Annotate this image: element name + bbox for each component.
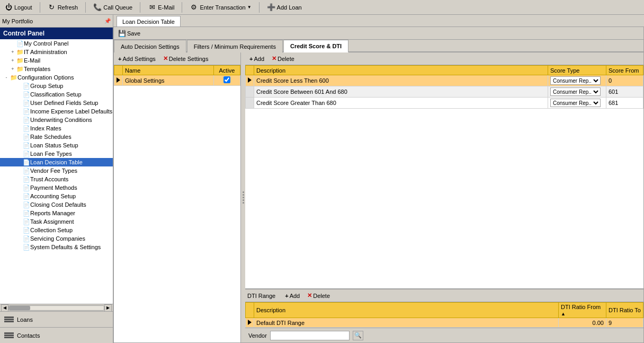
sidebar-item-loan-decision-table[interactable]: 📄Loan Decision Table [0,158,113,166]
refresh-button[interactable]: ↻ Refresh [46,2,80,13]
tree-label-loan-status-setup: Loan Status Setup [30,142,78,148]
sidebar-item-group-setup[interactable]: 📄Group Setup [0,82,113,90]
add-credit-score-button[interactable]: + Add [247,55,266,63]
tree-label-group-setup: Group Setup [30,83,63,89]
sidebar-item-my-control-panel[interactable]: 📄My Control Panel [0,39,113,48]
top-tab-bar: Loan Decision Table [113,15,644,27]
settings-row[interactable]: Global Settings [114,75,240,86]
score-type-select[interactable]: Consumer Rep...Consumer Rep - [550,87,601,96]
tree-icon-vendor-fee-types: 📄 [23,167,30,174]
tree-icon-rate-schedules: 📄 [23,133,30,140]
email-button[interactable]: ✉ E-Mail [146,2,176,13]
sidebar-item-classification-setup[interactable]: 📄Classification Setup [0,90,113,99]
tree-icon-system-defaults: 📄 [23,243,30,251]
sidebar-item-trust-accounts[interactable]: 📄Trust Accounts [0,175,113,183]
row-indicator [246,98,254,109]
scroll-right-btn[interactable]: ▶ [104,304,112,312]
logout-button[interactable]: ⏻ Logout [2,2,34,13]
sidebar-item-it-admin[interactable]: +📁IT Administration [0,48,113,56]
sidebar-item-collection-setup[interactable]: 📄Collection Setup [0,226,113,234]
cs-score-type-cell[interactable]: Consumer Rep...Consumer Rep - [548,98,606,109]
sidebar-item-contacts[interactable]: Contacts [0,327,113,343]
tree-icon-loan-status-setup: 📄 [23,142,30,149]
content-area: Loan Decision Table 💾 Save Auto Decision… [113,15,644,343]
tree-icon-closing-cost-defaults: 📄 [23,201,30,208]
add-credit-plus-icon: + [249,56,253,62]
sidebar-item-task-assignment[interactable]: 📄Task Assignment [0,217,113,226]
row-indicator [246,75,254,86]
sidebar-item-system-defaults[interactable]: 📄System Defaults & Settings [0,243,113,251]
loan-decision-table-tab[interactable]: Loan Decision Table [117,16,181,27]
credit-score-row[interactable]: Credit Score Greater Than 680Consumer Re… [246,98,643,109]
tree-expander-config-options: - [3,74,10,81]
delete-settings-button[interactable]: ✕ Delete Settings [161,55,211,63]
delete-credit-score-button[interactable]: ✕ Delete [270,55,297,63]
sidebar-item-config-options[interactable]: -📁Configuration Options [0,73,113,82]
sidebar-item-accounting-setup[interactable]: 📄Accounting Setup [0,192,113,200]
score-type-select[interactable]: Consumer Rep...Consumer Rep - [550,99,601,107]
sidebar-item-loans[interactable]: Loans [0,311,113,327]
enter-transaction-button[interactable]: ⚙ Enter Transaction ▼ [187,2,253,13]
sidebar-item-income-expense[interactable]: 📄Income Expense Label Defaults [0,107,113,116]
tree-icon-it-admin: 📁 [16,48,24,56]
sidebar-item-loan-status-setup[interactable]: 📄Loan Status Setup [0,141,113,149]
tree-expander-underwriting [16,117,22,123]
delete-settings-x-icon: ✕ [163,55,168,62]
portfolio-label: My Portfolio [2,18,33,24]
delete-dti-x-icon: ✕ [307,292,312,299]
cs-score-type-cell[interactable]: Consumer Rep...Consumer Rep - [548,75,606,86]
vendor-bar: Vendor 🔍 [245,328,643,342]
active-col-header: Active [214,66,240,75]
tree-label-income-expense: Income Expense Label Defaults [30,108,112,115]
delete-dti-button[interactable]: ✕ Delete [305,292,332,300]
credit-score-row[interactable]: Credit Score Between 601 And 680Consumer… [246,86,643,98]
sidebar-item-index-rates[interactable]: 📄Index Rates [0,124,113,133]
sidebar-item-loan-fee-types[interactable]: 📄Loan Fee Types [0,149,113,158]
tree-expander-income-expense [16,108,22,115]
vendor-input[interactable] [270,331,350,340]
tab-credit-score-dti[interactable]: Credit Score & DTI [283,40,348,52]
tab-auto-decision[interactable]: Auto Decision Settings [114,40,186,52]
sidebar-item-email[interactable]: +📁E-Mail [0,56,113,65]
tab-filters[interactable]: Filters / Minimum Requirements [187,40,283,52]
sidebar-item-reports-manager[interactable]: 📄Reports Manager [0,209,113,217]
score-type-select[interactable]: Consumer Rep...Consumer Rep - [550,76,601,85]
cs-score-from-cell: 0 [606,75,643,86]
sidebar-item-closing-cost-defaults[interactable]: 📄Closing Cost Defaults [0,200,113,209]
call-queue-button[interactable]: 📞 Call Queue [91,2,135,13]
tree-expander-loan-status-setup [16,142,22,148]
phone-icon: 📞 [93,3,102,12]
transaction-icon: ⚙ [190,3,198,12]
save-button[interactable]: 💾 Save [116,29,142,38]
sidebar-item-servicing-companies[interactable]: 📄Servicing Companies [0,234,113,243]
scroll-left-btn[interactable]: ◀ [1,304,8,312]
tree-expander-closing-cost-defaults [16,201,22,208]
sidebar-scrollbar[interactable]: ◀ ▶ [0,304,113,311]
add-settings-button[interactable]: + Add Settings [116,55,158,63]
sidebar-item-rate-schedules[interactable]: 📄Rate Schedules [0,133,113,141]
toolbar-sep-2 [85,2,86,13]
add-loan-button[interactable]: ➕ Add Loan [265,2,304,13]
dropdown-arrow: ▼ [247,5,252,10]
dti-row[interactable]: Default DTI Range 0.00 9 [246,318,643,328]
sidebar-item-payment-methods[interactable]: 📄Payment Methods [0,183,113,192]
scroll-track [8,305,104,311]
cs-indicator-header [246,66,254,75]
add-dti-button[interactable]: + Add [283,292,302,300]
sidebar-item-vendor-fee-types[interactable]: 📄Vendor Fee Types [0,166,113,175]
vertical-divider[interactable] [241,52,245,342]
settings-active-cell[interactable] [214,75,240,86]
tree-label-closing-cost-defaults: Closing Cost Defaults [30,201,86,208]
active-checkbox[interactable] [223,76,230,83]
vendor-search-button[interactable]: 🔍 [353,331,363,340]
tree-label-rate-schedules: Rate Schedules [30,134,71,140]
sidebar-item-templates[interactable]: +📁Templates [0,65,113,73]
cs-score-type-cell[interactable]: Consumer Rep...Consumer Rep - [548,86,606,98]
add-settings-plus-icon: + [118,56,121,62]
sidebar-item-user-defined-fields[interactable]: 📄User Defined Fields Setup [0,99,113,107]
email-icon: ✉ [148,3,156,12]
sidebar-item-underwriting[interactable]: 📄Underwriting Conditions [0,116,113,124]
dti-indicator-header [246,303,254,318]
credit-score-row[interactable]: Credit Score Less Then 600Consumer Rep..… [246,75,643,86]
dti-from-cell: 0.00 [559,318,606,328]
